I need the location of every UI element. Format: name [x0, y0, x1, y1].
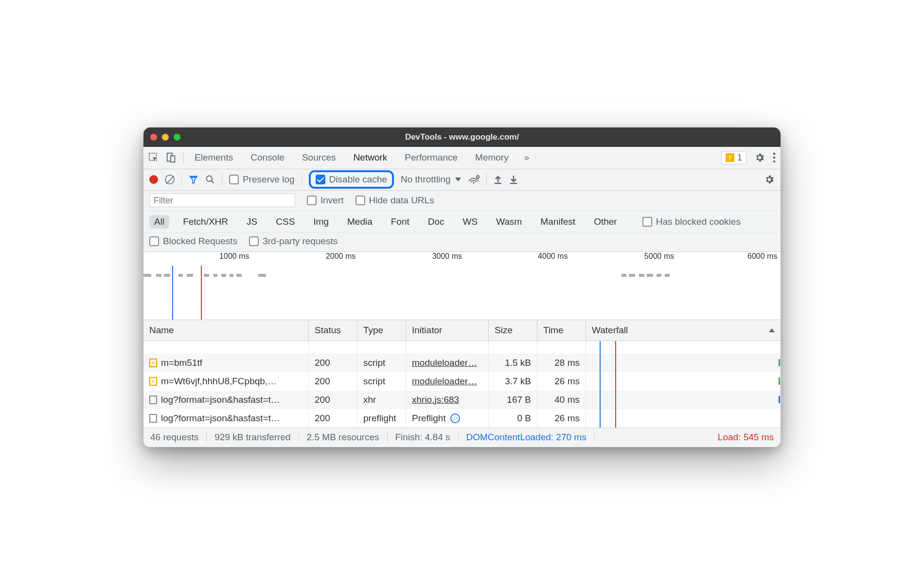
issues-badge[interactable]: 1 — [721, 151, 746, 164]
col-waterfall[interactable]: Waterfall — [586, 320, 781, 341]
request-type: script — [357, 354, 406, 372]
request-time: 28 ms — [537, 354, 586, 372]
request-name: log?format=json&hasfast=t… — [161, 395, 280, 405]
table-row[interactable]: log?format=json&hasfast=t… 200 xhr xhrio… — [143, 391, 781, 409]
table-row[interactable]: log?format=json&hasfast=t… 200 preflight… — [143, 409, 781, 428]
tab-elements[interactable]: Elements — [193, 148, 235, 167]
settings-gear-icon[interactable] — [754, 152, 765, 163]
filter-input[interactable] — [149, 194, 295, 207]
issue-flag-icon — [726, 153, 734, 162]
minimize-window-button[interactable] — [162, 134, 169, 141]
filter-type-css[interactable]: CSS — [271, 215, 300, 229]
filter-type-img[interactable]: Img — [308, 215, 334, 229]
third-party-checkbox[interactable]: 3rd-party requests — [249, 236, 338, 247]
table-row[interactable]: m=bm51tf 200 script moduleloader… 1.5 kB… — [143, 354, 781, 372]
request-status: 200 — [309, 409, 357, 428]
filter-type-all[interactable]: All — [149, 215, 169, 229]
record-button[interactable] — [149, 175, 158, 184]
request-size: 0 B — [489, 409, 537, 428]
request-name: log?format=json&hasfast=t… — [161, 413, 280, 424]
svg-rect-2 — [171, 156, 175, 162]
zoom-window-button[interactable] — [174, 134, 180, 141]
filter-type-other[interactable]: Other — [589, 215, 622, 229]
filter-type-manifest[interactable]: Manifest — [535, 215, 580, 229]
search-icon[interactable] — [205, 175, 215, 184]
request-name: m=Wt6vjf,hhhU8,FCpbqb,… — [161, 376, 277, 387]
filter-type-js[interactable]: JS — [242, 215, 262, 229]
svg-point-4 — [773, 157, 776, 159]
filter-type-font[interactable]: Font — [386, 215, 414, 229]
tab-memory[interactable]: Memory — [473, 148, 511, 167]
waterfall-cell — [586, 409, 781, 428]
device-toolbar-icon[interactable] — [166, 152, 177, 163]
tab-network[interactable]: Network — [352, 148, 390, 167]
filter-type-fetch-xhr[interactable]: Fetch/XHR — [178, 215, 233, 229]
inspect-element-icon[interactable] — [148, 152, 159, 163]
filter-type-wasm[interactable]: Wasm — [491, 215, 527, 229]
col-time[interactable]: Time — [537, 320, 586, 341]
initiator-link[interactable]: xhrio.js:683 — [412, 395, 459, 405]
svg-point-8 — [473, 182, 475, 183]
svg-point-5 — [773, 161, 776, 163]
preflight-icon: ↓↑ — [450, 413, 460, 423]
status-bar: 46 requests 929 kB transferred 2.5 MB re… — [143, 428, 781, 447]
more-tabs-button[interactable]: » — [524, 152, 530, 163]
more-options-icon[interactable] — [773, 152, 776, 163]
initiator-link[interactable]: moduleloader… — [412, 358, 477, 368]
request-size: 167 B — [489, 391, 537, 409]
titlebar: DevTools - www.google.com/ — [143, 127, 781, 147]
request-time: 40 ms — [537, 391, 586, 409]
request-size: 3.7 kB — [489, 372, 537, 391]
col-type[interactable]: Type — [357, 320, 406, 341]
disable-cache-checkbox[interactable]: Disable cache — [316, 174, 387, 185]
preserve-log-checkbox[interactable]: Preserve log — [229, 174, 295, 185]
initiator-link[interactable]: moduleloader… — [412, 376, 477, 386]
hide-data-urls-checkbox[interactable]: Hide data URLs — [355, 195, 434, 206]
col-status[interactable]: Status — [309, 320, 357, 341]
requests-table-body: m=bm51tf 200 script moduleloader… 1.5 kB… — [143, 341, 781, 428]
tab-console[interactable]: Console — [249, 148, 286, 167]
status-requests: 46 requests — [150, 432, 207, 443]
col-initiator[interactable]: Initiator — [406, 320, 489, 341]
network-settings-gear-icon[interactable] — [764, 174, 775, 185]
issues-count: 1 — [737, 153, 742, 163]
timeline-overview[interactable]: 1000 ms 2000 ms 3000 ms 4000 ms 5000 ms … — [143, 252, 781, 320]
panel-tabs: Elements Console Sources Network Perform… — [193, 148, 529, 167]
import-har-icon[interactable] — [494, 175, 502, 184]
col-name[interactable]: Name — [143, 320, 309, 341]
has-blocked-cookies-checkbox[interactable]: Has blocked cookies — [642, 216, 741, 227]
sort-caret-icon — [769, 328, 775, 332]
blocked-requests-label: Blocked Requests — [163, 236, 237, 247]
timeline-load-marker — [201, 266, 202, 320]
timeline-activity-band — [143, 273, 781, 277]
tab-performance[interactable]: Performance — [403, 148, 460, 167]
disable-cache-label: Disable cache — [329, 174, 387, 185]
waterfall-bar — [779, 396, 780, 403]
table-row[interactable]: m=Wt6vjf,hhhU8,FCpbqb,… 200 script modul… — [143, 372, 781, 391]
tab-sources[interactable]: Sources — [300, 148, 338, 167]
filter-type-doc[interactable]: Doc — [423, 215, 449, 229]
invert-checkbox[interactable]: Invert — [307, 195, 344, 206]
filter-type-row: All Fetch/XHR JS CSS Img Media Font Doc … — [143, 211, 781, 233]
svg-line-7 — [212, 181, 214, 183]
has-blocked-cookies-label: Has blocked cookies — [656, 216, 741, 227]
third-party-label: 3rd-party requests — [263, 236, 338, 247]
clear-button[interactable] — [165, 175, 175, 184]
filter-type-media[interactable]: Media — [342, 215, 377, 229]
throttling-select[interactable]: No throttling — [401, 174, 461, 185]
hide-data-urls-label: Hide data URLs — [369, 195, 434, 206]
timeline-tick: 2000 ms — [326, 252, 355, 261]
timeline-tick: 5000 ms — [644, 252, 674, 261]
waterfall-cell — [586, 372, 781, 391]
blocked-requests-checkbox[interactable]: Blocked Requests — [149, 236, 237, 247]
filter-funnel-icon[interactable] — [189, 175, 198, 184]
table-spacer — [143, 341, 781, 354]
filter-type-ws[interactable]: WS — [458, 215, 483, 229]
network-conditions-icon[interactable] — [468, 175, 480, 184]
request-time: 26 ms — [537, 372, 586, 391]
script-file-icon — [149, 359, 157, 367]
col-size[interactable]: Size — [489, 320, 537, 341]
status-dcl: DOMContentLoaded: 270 ms — [459, 432, 595, 443]
export-har-icon[interactable] — [509, 175, 518, 184]
close-window-button[interactable] — [150, 134, 157, 141]
